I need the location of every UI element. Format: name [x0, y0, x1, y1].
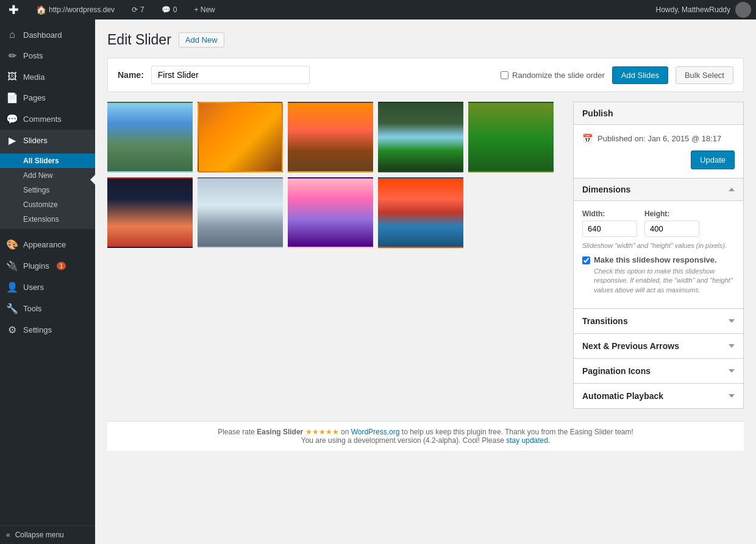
submenu-settings[interactable]: Settings: [0, 183, 95, 197]
height-input[interactable]: [644, 221, 699, 237]
submenu-extensions[interactable]: Extensions: [0, 212, 95, 227]
sidebar-item-plugins[interactable]: 🔌 Plugins 1: [0, 255, 95, 277]
comments-icon: 💬: [6, 113, 18, 125]
height-label: Height:: [644, 210, 699, 218]
page-header: Edit Slider Add New: [107, 32, 744, 48]
media-icon: 🖼: [6, 71, 18, 82]
comments-link[interactable]: 💬 0: [158, 0, 181, 19]
main-content: Edit Slider Add New Name: Randomize the …: [95, 19, 756, 544]
sidebar-item-label: Posts: [23, 51, 43, 60]
width-input[interactable]: [582, 221, 637, 237]
dimensions-note: Slideshow "width" and "height" values (i…: [582, 242, 735, 249]
footer: Please rate Easing Slider ★★★★★ on WordP…: [107, 421, 744, 451]
admin-bar: ✚ 🏠 http://wordpress.dev ⟳ 7 💬 0 + New H…: [0, 0, 756, 19]
sidebar-item-appearance[interactable]: 🎨 Appearance: [0, 234, 95, 255]
transitions-panel-title: Transitions: [582, 316, 628, 326]
footer-wp-link[interactable]: WordPress.org: [351, 428, 400, 436]
randomize-label[interactable]: Randomize the slide order: [501, 71, 605, 80]
posts-icon: ✏: [6, 50, 18, 62]
slide-thumb[interactable]: [288, 102, 373, 172]
pagination-panel[interactable]: Pagination Icons: [573, 359, 744, 384]
publish-panel: Publish 📅 Published on: Jan 6, 2015 @ 18…: [573, 102, 744, 178]
publish-panel-title: Publish: [582, 108, 613, 118]
sidebar-item-label: Tools: [23, 304, 41, 313]
users-icon: 👤: [6, 281, 18, 293]
footer-stay-updated-link[interactable]: stay updated.: [506, 436, 550, 445]
footer-stars: ★★★★★: [305, 428, 339, 436]
pagination-chevron-down-icon: [729, 369, 735, 373]
sidebar: ⌂ Dashboard ✏ Posts 🖼 Media 📄 Pa: [0, 19, 95, 544]
footer-rate-text: Please rate: [218, 428, 255, 436]
sidebar-item-sliders[interactable]: ▶ Sliders All Sliders Add New Settings: [0, 130, 95, 229]
sidebar-item-media[interactable]: 🖼 Media: [0, 66, 95, 87]
update-count: 7: [140, 5, 144, 14]
publish-date-label: Published on: Jan 6, 2015 @ 18:17: [597, 134, 721, 143]
slide-thumb[interactable]: [107, 177, 193, 248]
slide-thumb[interactable]: [198, 177, 283, 248]
sidebar-item-label: Appearance: [23, 240, 66, 249]
slides-section: [107, 102, 561, 409]
avatar: [735, 2, 751, 18]
submenu-add-new[interactable]: Add New: [0, 168, 95, 183]
slider-name-input[interactable]: [151, 66, 310, 84]
responsive-checkbox[interactable]: [582, 256, 590, 264]
sidebar-item-dashboard[interactable]: ⌂ Dashboard: [0, 24, 95, 45]
sidebar-item-posts[interactable]: ✏ Posts: [0, 45, 95, 66]
collapse-menu[interactable]: « Collapse menu: [0, 525, 95, 544]
responsive-row: Make this slideshow responsive. Check th…: [582, 255, 735, 295]
slide-thumb[interactable]: [378, 177, 463, 248]
dashboard-icon: ⌂: [6, 29, 18, 40]
sidebar-item-tools[interactable]: 🔧 Tools: [0, 298, 95, 319]
updates-link[interactable]: ⟳ 7: [128, 0, 148, 19]
name-row: Name: Randomize the slide order Add Slid…: [107, 58, 744, 92]
autoplay-chevron-down-icon: [729, 394, 735, 398]
autoplay-panel[interactable]: Automatic Playback: [573, 384, 744, 409]
responsive-label: Make this slideshow responsive.: [594, 255, 735, 264]
submenu-customize[interactable]: Customize: [0, 197, 95, 212]
dimensions-panel-title: Dimensions: [582, 185, 630, 194]
add-new-button[interactable]: Add New: [179, 32, 224, 48]
user-greeting: Howdy, MatthewRuddy: [656, 5, 731, 14]
bulk-select-button[interactable]: Bulk Select: [676, 66, 733, 84]
sidebar-item-settings[interactable]: ⚙ Settings: [0, 319, 95, 341]
submenu-all-sliders[interactable]: All Sliders: [0, 154, 95, 168]
sliders-icon: ▶: [6, 135, 18, 146]
collapse-label: Collapse menu: [15, 531, 64, 539]
footer-help-text: to help us keep this plugin free. Thank …: [402, 428, 633, 436]
sidebar-item-pages[interactable]: 📄 Pages: [0, 87, 95, 108]
add-slides-button[interactable]: Add Slides: [612, 66, 668, 84]
slide-thumb[interactable]: [288, 177, 373, 248]
publish-panel-header[interactable]: Publish: [574, 102, 743, 125]
slide-thumb[interactable]: [198, 102, 283, 172]
submenu-label: All Sliders: [23, 157, 59, 165]
sidebar-item-users[interactable]: 👤 Users: [0, 277, 95, 298]
wp-logo[interactable]: ✚: [5, 0, 23, 19]
dimensions-panel-body: Width: Height: Slideshow "width" and "he…: [574, 201, 743, 308]
transitions-chevron-down-icon: [729, 319, 735, 323]
transitions-panel[interactable]: Transitions: [573, 309, 744, 334]
sidebar-menu: ⌂ Dashboard ✏ Posts 🖼 Media 📄 Pa: [0, 19, 95, 341]
arrows-panel[interactable]: Next & Previous Arrows: [573, 334, 744, 359]
update-button[interactable]: Update: [691, 150, 735, 169]
slide-thumb[interactable]: [468, 102, 554, 172]
updates-icon: ⟳: [132, 5, 138, 14]
site-link[interactable]: 🏠 http://wordpress.dev: [32, 0, 118, 19]
submenu-label: Add New: [23, 171, 53, 180]
sidebar-item-comments[interactable]: 💬 Comments: [0, 108, 95, 130]
wp-icon: ✚: [9, 2, 19, 17]
collapse-icon: «: [6, 531, 10, 539]
settings-icon: ⚙: [6, 324, 18, 336]
responsive-desc: Check this option to make this slideshow…: [594, 267, 735, 295]
plugins-badge: 1: [57, 262, 66, 270]
slide-thumb[interactable]: [107, 102, 193, 172]
dimensions-panel-header[interactable]: Dimensions: [574, 178, 743, 201]
new-content-link[interactable]: + New: [190, 0, 218, 19]
calendar-icon: 📅: [582, 133, 593, 143]
randomize-checkbox[interactable]: [501, 71, 508, 79]
sidebar-item-label: Dashboard: [23, 30, 62, 40]
sidebar-item-label: Plugins: [23, 261, 49, 270]
slide-thumb[interactable]: [378, 102, 463, 172]
sliders-submenu: All Sliders Add New Settings Customize E…: [0, 151, 95, 229]
content-area: Publish 📅 Published on: Jan 6, 2015 @ 18…: [107, 102, 744, 409]
dimensions-chevron-up-icon: [729, 188, 735, 191]
